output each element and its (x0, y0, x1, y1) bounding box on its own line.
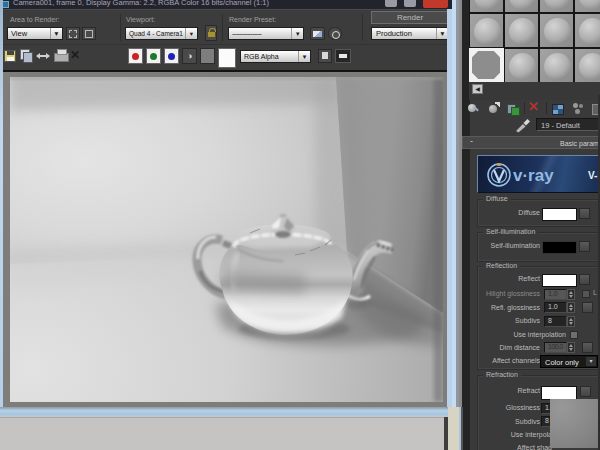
svg-text:v·ray: v·ray (513, 166, 554, 185)
